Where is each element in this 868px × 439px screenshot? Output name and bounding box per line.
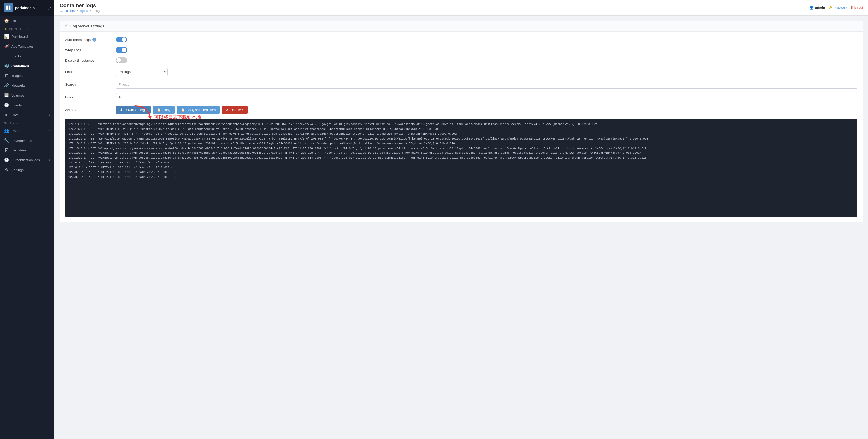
portainer-logo-icon [4, 3, 13, 12]
wrap-lines-control [116, 47, 857, 53]
admin-user: 👤 admin [809, 6, 825, 9]
breadcrumb-nginx[interactable]: nginx [80, 9, 88, 13]
copy-selected-icon: 📋 [181, 108, 185, 112]
fetch-label: Fetch [65, 70, 112, 74]
fetch-control: All logs Last 100 lines Last 500 lines L… [116, 68, 857, 76]
log-settings-panel: 📄 Log viewer settings Auto-refresh logs … [60, 21, 863, 222]
breadcrumb: Containers > nginx > Logs [60, 9, 102, 13]
log-line: 127.0.0.1 - "GET / HTTP/1.1" 308 171 "-"… [68, 175, 854, 180]
infrastructure-icon: ⚡ [4, 28, 7, 31]
host-expand-icon: › [50, 114, 50, 116]
auto-refresh-toggle[interactable] [116, 37, 127, 42]
sidebar-item-dashboard-label: Dashboard [11, 35, 28, 39]
sidebar-item-auth-logs[interactable]: 🕐 Authentication logs › [0, 155, 54, 165]
log-line: 172.18.0.1 - GET /v2/apps/jvm-server/jvm… [68, 150, 854, 156]
log-line: 172.18.0.1 - GET /v2/ HTTP/1.0" 200 0 "-… [68, 141, 854, 146]
log-line: 172.18.0.1 - GET /service/token?account=… [68, 136, 854, 141]
host-icon: ⊞ [4, 112, 9, 117]
panel-header-icon: 📄 [64, 24, 68, 28]
display-timestamps-label: Display timestamps [65, 59, 112, 62]
sidebar-item-settings-label: Settings [11, 168, 24, 172]
sidebar-item-containers[interactable]: 🐳 Containers [0, 61, 54, 71]
display-timestamps-toggle[interactable] [116, 58, 127, 63]
copy-selected-button[interactable]: 📋 Copy selected lines [177, 106, 220, 114]
breadcrumb-sep2: > [90, 9, 92, 13]
sidebar-item-users[interactable]: 👥 Users › [0, 126, 54, 136]
sidebar-item-containers-label: Containers [11, 64, 29, 68]
containers-icon: 🐳 [4, 64, 9, 68]
sidebar-item-settings[interactable]: ⚙ Settings [0, 165, 54, 175]
images-icon: 🖼 [4, 73, 9, 78]
logo-text: portainer.io [15, 6, 35, 10]
download-icon: ⬇ [120, 108, 123, 112]
lines-input[interactable] [116, 93, 857, 101]
sidebar-item-home[interactable]: 🏠 Home [0, 16, 54, 26]
unselect-button[interactable]: ✕ Unselect [222, 106, 248, 114]
sidebar-item-stacks[interactable]: ☰ Stacks [0, 51, 54, 61]
sidebar-item-registries-label: Registries [11, 148, 26, 152]
topbar: Container logs Containers > nginx > Logs… [54, 0, 868, 15]
log-line: 127.0.0.1 - "GET / HTTP/1.1" 308 171 "-"… [68, 170, 854, 175]
sidebar-item-home-label: Home [11, 19, 21, 23]
topbar-right: 👤 admin 🔑 my account 🚪 log out [809, 6, 863, 9]
breadcrumb-logs: Logs [94, 9, 101, 13]
sidebar-item-registries[interactable]: 🗄 Registries [0, 145, 54, 155]
download-logs-button[interactable]: ⬇ Download logs [116, 106, 151, 114]
sidebar-item-dashboard[interactable]: 📊 Dashboard [0, 32, 54, 41]
wrap-lines-label: Wrap lines [65, 48, 112, 52]
admin-username: admin [815, 6, 825, 9]
svg-rect-1 [8, 6, 10, 7]
my-account-link[interactable]: 🔑 my account [828, 6, 847, 9]
fetch-select[interactable]: All logs Last 100 lines Last 500 lines L… [116, 68, 168, 76]
sidebar-section-settings: SETTINGS [0, 120, 54, 126]
sidebar-item-environments-label: Environments [11, 139, 32, 143]
log-viewer[interactable]: 172.18.0.1 - GET /service/token?account=… [65, 119, 857, 217]
sidebar-item-images-label: Images [11, 74, 23, 78]
panel-title: Log viewer settings [70, 24, 104, 28]
admin-links: 🔑 my account 🚪 log out [828, 6, 863, 9]
search-row: Search [65, 80, 857, 89]
logout-link[interactable]: 🚪 log out [850, 6, 863, 9]
log-line: 172.18.0.1 - GET /service/token?account=… [68, 122, 854, 127]
events-icon: 🕐 [4, 103, 9, 107]
networks-icon: 🔗 [4, 83, 9, 88]
sidebar-section-infrastructure: ⚡ INFRASTRUCTURE [0, 26, 54, 32]
search-control [116, 80, 857, 89]
sidebar-item-users-label: Users [11, 129, 20, 133]
stacks-icon: ☰ [4, 54, 9, 59]
lines-row: Lines [65, 93, 857, 101]
sidebar: portainer.io ⇄ 🏠 Home ⚡ INFRASTRUCTURE 📊… [0, 0, 54, 439]
sidebar-item-networks-label: Networks [11, 83, 25, 88]
panel-body: Auto-refresh logs ? Wrap lines [60, 32, 863, 222]
copy-icon: 📋 [157, 108, 161, 112]
auto-refresh-help-icon[interactable]: ? [92, 37, 96, 42]
sidebar-item-images[interactable]: 🖼 Images [0, 71, 54, 80]
dashboard-icon: 📊 [4, 34, 9, 39]
unselect-icon: ✕ [226, 108, 229, 112]
sidebar-item-networks[interactable]: 🔗 Networks [0, 80, 54, 90]
sidebar-item-events-label: Events [11, 103, 22, 107]
auto-refresh-row: Auto-refresh logs ? [65, 37, 857, 42]
sidebar-item-host-label: Host [11, 113, 19, 117]
sidebar-item-host[interactable]: ⊞ Host › [0, 110, 54, 120]
log-line: 127.0.0.1 - "GET / HTTP/1.1" 308 171 "-"… [68, 165, 854, 170]
log-line: 172.18.0.1 - GET /v2/apps/jvm-server/jvm… [68, 156, 854, 161]
environments-icon: 🔧 [4, 138, 9, 143]
sidebar-item-events[interactable]: 🕐 Events [0, 100, 54, 110]
actions-control: ⬇ Download logs 📋 Copy 📋 Copy selected l… [116, 106, 857, 114]
sidebar-item-volumes[interactable]: 💾 Volumes [0, 90, 54, 100]
sidebar-item-environments[interactable]: 🔧 Environments [0, 136, 54, 145]
wrap-lines-toggle[interactable] [116, 47, 127, 53]
svg-rect-3 [8, 8, 10, 10]
log-line: 127.0.0.1 - "GET / HTTP/1.1" 308 171 "-"… [68, 160, 854, 165]
sidebar-toggle-icon[interactable]: ⇄ [48, 5, 51, 10]
copy-button[interactable]: 📋 Copy [153, 106, 175, 114]
app-templates-icon: 🚀 [4, 44, 9, 49]
page-title: Container logs [60, 3, 102, 8]
auth-logs-expand-icon: › [50, 159, 50, 162]
svg-rect-0 [6, 6, 8, 7]
sidebar-item-app-templates[interactable]: 🚀 App Templates › [0, 41, 54, 51]
search-input[interactable] [116, 80, 857, 89]
sidebar-logo[interactable]: portainer.io ⇄ [0, 0, 54, 16]
breadcrumb-containers[interactable]: Containers [60, 9, 74, 13]
